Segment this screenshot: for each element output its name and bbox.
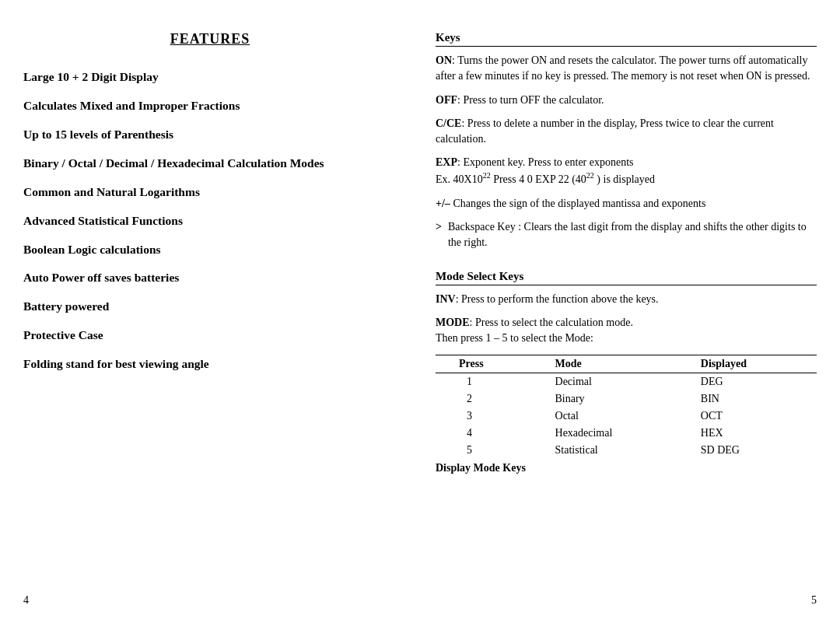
mode-table-cell: Decimal xyxy=(551,373,696,390)
key-off-text: : Press to turn OFF the calculator. xyxy=(457,94,604,106)
key-mode: MODE: Press to select the calculation mo… xyxy=(436,315,817,347)
mode-table-cell: BIN xyxy=(696,390,817,408)
mode-section-header: Mode Select Keys xyxy=(436,270,817,285)
mode-table-row: 1DecimalDEG xyxy=(436,373,817,390)
feature-item: Boolean Logic calculations xyxy=(23,242,397,258)
mode-section: Mode Select Keys INV: Press to perform t… xyxy=(436,270,817,474)
feature-item: Advanced Statistical Functions xyxy=(23,213,397,229)
col-displayed: Displayed xyxy=(696,355,817,373)
mode-table-header-row: Press Mode Displayed xyxy=(436,355,817,373)
mode-table-row: 3OctalOCT xyxy=(436,408,817,425)
mode-table-cell: Hexadecimal xyxy=(551,425,696,442)
mode-table-cell: DEG xyxy=(696,373,817,390)
col-mode: Mode xyxy=(551,355,696,373)
feature-item: Folding stand for best viewing angle xyxy=(23,356,397,373)
display-mode-label: Display Mode Keys xyxy=(436,462,817,474)
features-list: Large 10 + 2 Digit DisplayCalculates Mix… xyxy=(23,69,397,385)
mode-table-cell: 4 xyxy=(436,425,551,442)
key-inv: INV: Press to perform the function above… xyxy=(436,292,817,307)
left-column: FEATURES Large 10 + 2 Digit DisplayCalcu… xyxy=(23,31,420,607)
mode-table-cell: OCT xyxy=(696,408,817,425)
mode-table-body: 1DecimalDEG2BinaryBIN3OctalOCT4Hexadecim… xyxy=(436,373,817,459)
mode-table-cell: 5 xyxy=(436,442,551,459)
key-exp-text: : Exponent key. Press to enter exponents xyxy=(457,156,634,168)
key-exp: EXP: Exponent key. Press to enter expone… xyxy=(436,155,817,187)
key-exp-name: EXP xyxy=(436,156,457,168)
page-number-left: 4 xyxy=(23,594,397,607)
mode-table-cell: 2 xyxy=(436,390,551,408)
key-backspace: > Backspace Key : Clears the last digit … xyxy=(436,219,817,251)
key-off-name: OFF xyxy=(436,94,457,106)
backspace-arrow: > xyxy=(436,219,442,251)
key-cce: C/CE: Press to delete a number in the di… xyxy=(436,116,817,148)
mode-table-row: 4HexadecimalHEX xyxy=(436,425,817,442)
feature-item: Up to 15 levels of Parenthesis xyxy=(23,127,397,143)
feature-item: Auto Power off saves batteries xyxy=(23,270,397,286)
feature-item: Large 10 + 2 Digit Display xyxy=(23,69,397,86)
key-exp-example: Ex. 40X1022 Press 4 0 EXP 22 (4022 ) is … xyxy=(436,173,655,185)
key-off: OFF: Press to turn OFF the calculator. xyxy=(436,93,817,108)
feature-item: Binary / Octal / Decimal / Hexadecimal C… xyxy=(23,156,397,172)
key-on-text: : Turns the power ON and resets the calc… xyxy=(436,54,810,82)
feature-item: Protective Case xyxy=(23,327,397,344)
key-plusminus-text: Changes the sign of the displayed mantis… xyxy=(450,198,706,209)
key-mode-subtext: Then press 1 – 5 to select the Mode: xyxy=(436,332,593,344)
feature-item: Battery powered xyxy=(23,299,397,315)
features-title: FEATURES xyxy=(23,31,397,47)
right-column: Keys ON: Turns the power ON and resets t… xyxy=(420,31,817,607)
key-inv-text: : Press to perform the function above th… xyxy=(456,293,659,305)
key-mode-text: : Press to select the calculation mode. xyxy=(470,317,633,328)
key-cce-name: C/CE xyxy=(436,117,461,129)
page-number-right: 5 xyxy=(436,594,817,607)
key-inv-name: INV xyxy=(436,293,456,305)
key-mode-name: MODE xyxy=(436,317,470,328)
key-plusminus: +/– Changes the sign of the displayed ma… xyxy=(436,196,817,212)
mode-table-cell: SD DEG xyxy=(696,442,817,459)
backspace-text: Backspace Key : Clears the last digit fr… xyxy=(448,219,817,251)
key-cce-text: : Press to delete a number in the displa… xyxy=(436,117,774,145)
mode-table-cell: Binary xyxy=(551,390,696,408)
mode-table-cell: 1 xyxy=(436,373,551,390)
feature-item: Common and Natural Logarithms xyxy=(23,184,397,201)
key-on-name: ON xyxy=(436,54,452,66)
mode-table-row: 2BinaryBIN xyxy=(436,390,817,408)
mode-table-cell: HEX xyxy=(696,425,817,442)
mode-table-cell: Octal xyxy=(551,408,696,425)
feature-item: Calculates Mixed and Improper Fractions xyxy=(23,98,397,114)
mode-table: Press Mode Displayed 1DecimalDEG2BinaryB… xyxy=(436,355,817,459)
key-plusminus-name: +/– xyxy=(436,198,450,209)
mode-table-row: 5StatisticalSD DEG xyxy=(436,442,817,459)
mode-table-cell: 3 xyxy=(436,408,551,425)
mode-table-cell: Statistical xyxy=(551,442,696,459)
key-on: ON: Turns the power ON and resets the ca… xyxy=(436,53,817,85)
keys-section-header: Keys xyxy=(436,31,817,47)
col-press: Press xyxy=(436,355,551,373)
